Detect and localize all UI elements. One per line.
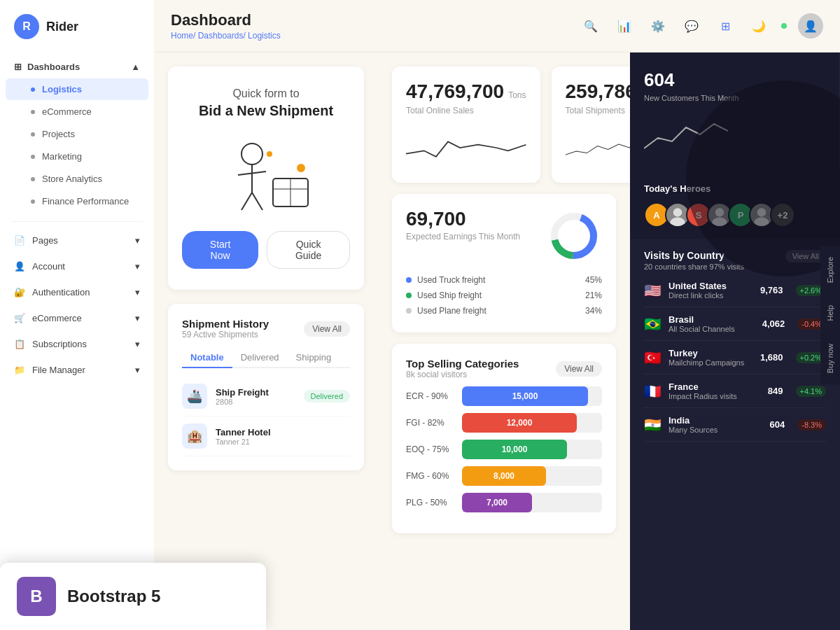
- sidebar-item-projects[interactable]: Projects: [6, 123, 148, 145]
- country-info: France Impact Radius visits: [668, 382, 761, 400]
- dot-icon: [31, 132, 35, 136]
- subscriptions-icon: 📋: [14, 339, 25, 349]
- tab-notable[interactable]: Notable: [182, 348, 232, 368]
- cat-label: PLG - 50%: [406, 498, 455, 507]
- nav-account[interactable]: 👤 Account ▾: [0, 254, 154, 279]
- page-title: Dashboard: [171, 11, 281, 29]
- cat-bar-bg: 15,000: [462, 386, 602, 406]
- country-name: France: [668, 382, 761, 392]
- country-visits: 1,680: [760, 352, 783, 363]
- shipment-subtitle: 59 Active Shipments: [182, 330, 269, 340]
- grid-view-icon[interactable]: ⊞: [714, 15, 736, 37]
- country-info: Brasil All Social Channels: [668, 314, 755, 333]
- shipment-detail: Tanner 21: [216, 438, 350, 446]
- nav-ecommerce[interactable]: 🛒 eCommerce ▾: [0, 306, 154, 330]
- dashboards-group[interactable]: ⊞ Dashboards ▲: [0, 56, 154, 78]
- status-dot: [781, 23, 787, 29]
- logo-icon: R: [14, 14, 39, 39]
- cat-bar-bg: 12,000: [462, 413, 602, 433]
- shipment-name: Tanner Hotel: [216, 427, 350, 438]
- sidebar-item-logistics[interactable]: Logistics: [6, 78, 148, 100]
- breadcrumb-home[interactable]: Home/: [171, 31, 195, 41]
- settings-icon[interactable]: ⚙️: [647, 15, 669, 37]
- list-item: PLG - 50% 7,000: [406, 493, 602, 512]
- dashboards-section: ⊞ Dashboards ▲ Logistics eCommerce Proje…: [0, 56, 154, 213]
- nav-pages[interactable]: 📄 Pages ▾: [0, 228, 154, 253]
- right-panel: 604 New Customers This Month Today's Her…: [630, 52, 840, 630]
- categories-title: Top Selling Categories: [406, 358, 519, 370]
- country-source: Impact Radius visits: [668, 392, 761, 400]
- dashboards-label: Dashboards: [27, 62, 80, 72]
- cat-bar-bg: 10,000: [462, 440, 602, 459]
- nav-file-manager[interactable]: 📁 File Manager ▾: [0, 358, 154, 382]
- cat-bar-bg: 8,000: [462, 466, 602, 486]
- cat-bar-bg: 7,000: [462, 493, 602, 512]
- country-flag: 🇧🇷: [644, 316, 662, 332]
- country-name: United States: [668, 281, 753, 291]
- shipments-number: 259,786: [566, 80, 631, 103]
- topbar-left: Dashboard Home/ Dashboards/ Logistics: [171, 11, 281, 41]
- sidebar: R Rider ⊞ Dashboards ▲ Logistics eCommer…: [0, 0, 154, 630]
- earnings-label: Expected Earnings This Month: [406, 232, 532, 241]
- chat-icon[interactable]: 💬: [680, 15, 703, 37]
- shipment-tabs: Notable Delivered Shipping: [182, 348, 350, 368]
- sales-unit: Tons: [508, 90, 526, 100]
- sidebar-item-marketing[interactable]: Marketing: [6, 146, 148, 167]
- tab-delivered[interactable]: Delivered: [232, 348, 288, 368]
- analytics-icon[interactable]: 📊: [613, 15, 636, 37]
- svg-point-9: [267, 151, 272, 157]
- help-button[interactable]: Help: [820, 294, 840, 332]
- svg-point-13: [673, 208, 682, 216]
- cat-bar: 12,000: [462, 413, 577, 433]
- country-source: Direct link clicks: [668, 291, 753, 300]
- countries-section: Visits by Country 20 countries share 97%…: [630, 239, 840, 630]
- categories-card: Top Selling Categories 8k social visitor…: [392, 344, 616, 533]
- breadcrumb-dashboards[interactable]: Dashboards/: [198, 31, 246, 41]
- sidebar-item-ecommerce[interactable]: eCommerce: [6, 101, 148, 122]
- country-name: Turkey: [668, 348, 753, 358]
- change-badge: +4.1%: [796, 386, 827, 397]
- buy-now-button[interactable]: Buy now: [820, 332, 840, 384]
- bootstrap-overlay: B Bootstrap 5: [0, 563, 266, 630]
- country-visits: 4,062: [762, 318, 785, 329]
- country-info: Turkey Mailchimp Campaigns: [668, 348, 753, 367]
- search-icon[interactable]: 🔍: [580, 15, 602, 37]
- country-visits: 9,763: [760, 285, 783, 295]
- chevron-up-icon: ▲: [131, 62, 140, 72]
- bid-title: Quick form to: [182, 88, 350, 100]
- tab-shipping[interactable]: Shipping: [288, 348, 340, 368]
- country-flag: 🇮🇳: [644, 416, 662, 433]
- account-icon: 👤: [14, 261, 25, 272]
- dot-icon: [31, 88, 35, 92]
- sidebar-item-finance[interactable]: Finance Performance: [6, 190, 148, 212]
- svg-point-14: [670, 218, 685, 227]
- chevron-down-icon: ▾: [135, 235, 140, 246]
- categories-view-all[interactable]: View All: [556, 361, 602, 377]
- list-item: FMG - 60% 8,000: [406, 466, 602, 486]
- nav-authentication[interactable]: 🔐 Authentication ▾: [0, 280, 154, 304]
- explore-button[interactable]: Explore: [820, 246, 840, 294]
- earnings-card: 69,700 Expected Earnings This Month: [392, 194, 616, 332]
- chevron-down-icon: ▾: [135, 339, 140, 349]
- quick-guide-button[interactable]: Quick Guide: [267, 231, 350, 269]
- cat-bar: 15,000: [462, 386, 588, 406]
- sidebar-item-store-analytics[interactable]: Store Analytics: [6, 168, 148, 190]
- avatar[interactable]: 👤: [798, 13, 823, 38]
- sales-chart: [406, 127, 526, 169]
- cat-label: FMG - 60%: [406, 471, 455, 481]
- bid-actions: Start Now Quick Guide: [182, 231, 350, 269]
- start-now-button[interactable]: Start Now: [182, 231, 258, 269]
- logo[interactable]: R Rider: [0, 14, 154, 56]
- list-item: 🇹🇷 Turkey Mailchimp Campaigns 1,680 +0.2…: [644, 341, 826, 374]
- left-panel: Quick form to Bid a New Shipment: [154, 52, 378, 630]
- stat-shipments: 259,786 Total Shipments: [552, 66, 631, 183]
- nav-subscriptions[interactable]: 📋 Subscriptions ▾: [0, 332, 154, 356]
- shipment-view-all[interactable]: View All: [304, 321, 350, 337]
- list-item: EOQ - 75% 10,000: [406, 440, 602, 459]
- country-visits: 849: [768, 386, 783, 396]
- svg-point-8: [297, 164, 305, 172]
- categories-list: ECR - 90% 15,000 FGI - 82% 12,000 EOQ - …: [406, 386, 602, 512]
- status-badge: Delivered: [304, 390, 350, 402]
- list-item: 🚢 Ship Freight 2808 Delivered: [182, 377, 350, 416]
- theme-icon[interactable]: 🌙: [748, 15, 770, 37]
